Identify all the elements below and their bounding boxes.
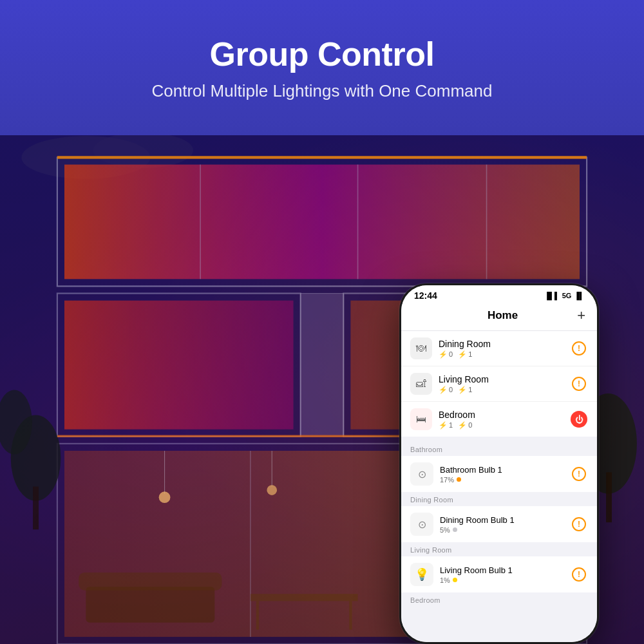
- room-item-living[interactable]: 🛋 Living Room ⚡ 0 ⚡ 1: [401, 366, 597, 402]
- living-action[interactable]: !: [570, 375, 588, 393]
- svg-rect-9: [64, 301, 294, 430]
- room-item-dining[interactable]: 🍽 Dining Room ⚡ 0 ⚡ 1: [401, 331, 597, 366]
- svg-point-23: [159, 491, 171, 503]
- bathroom-bulb-name: Bathroom Bulb 1: [440, 465, 570, 475]
- svg-rect-19: [33, 487, 39, 530]
- dining-bulb-name: Dining Room Bulb 1: [440, 515, 570, 525]
- dining-section-header: Dining Room: [401, 492, 597, 506]
- bedroom-name: Bedroom: [439, 410, 570, 420]
- room-item-bedroom[interactable]: 🛏 Bedroom ⚡ 1 ⚡ 0: [401, 402, 597, 437]
- svg-point-25: [267, 485, 277, 495]
- living-stat1: ⚡ 0: [439, 386, 453, 394]
- dining-device-action[interactable]: !: [570, 515, 588, 533]
- dining-stat2: ⚡ 1: [458, 350, 472, 359]
- dining-alert-icon: !: [572, 341, 586, 355]
- bathroom-bulb-info: Bathroom Bulb 1 17%: [440, 465, 570, 484]
- dining-room-info: Dining Room ⚡ 0 ⚡ 1: [439, 339, 570, 359]
- dining-room-stats: ⚡ 0 ⚡ 1: [439, 350, 570, 359]
- bedroom-stats: ⚡ 1 ⚡ 0: [439, 421, 570, 430]
- bedroom-icon: 🛏: [410, 408, 432, 430]
- living-room-icon: 🛋: [410, 373, 432, 395]
- living-alert-icon: !: [572, 377, 586, 391]
- header-section: Group Control Control Multiple Lightings…: [0, 0, 644, 135]
- living-room-name: Living Room: [439, 374, 570, 384]
- living-bulb-icon: 💡: [410, 563, 433, 586]
- dining-action[interactable]: !: [570, 339, 588, 357]
- living-bulb-name: Living Room Bulb 1: [440, 565, 570, 575]
- network-label: 5G: [562, 292, 572, 299]
- svg-rect-4: [64, 165, 580, 279]
- bedroom-section-header: Bedroom: [401, 592, 597, 607]
- bathroom-bulb-icon: ⊙: [410, 462, 433, 486]
- dining-device-alert: !: [572, 517, 586, 531]
- svg-rect-28: [251, 594, 358, 601]
- svg-rect-27: [79, 573, 222, 591]
- dining-stat1: ⚡ 0: [439, 350, 453, 359]
- bedroom-action[interactable]: ⏻: [570, 410, 588, 428]
- rooms-section: 🍽 Dining Room ⚡ 0 ⚡ 1: [401, 331, 597, 437]
- living-device-alert: !: [572, 567, 586, 582]
- living-room-stats: ⚡ 0 ⚡ 1: [439, 386, 570, 394]
- dining-bulb-item[interactable]: ⊙ Dining Room Bulb 1 5% !: [401, 506, 597, 542]
- page-subtitle: Control Multiple Lightings with One Comm…: [152, 81, 493, 101]
- bedroom-stat2: ⚡ 0: [458, 421, 472, 430]
- bathroom-status-dot: [457, 477, 461, 482]
- dining-status-dot: [453, 527, 457, 532]
- page-wrapper: Group Control Control Multiple Lightings…: [0, 0, 644, 644]
- battery-icon: ▐▌: [574, 292, 584, 299]
- dining-room-icon: 🍽: [410, 337, 432, 359]
- phone-inner: 12:44 ▐▌▌ 5G ▐▌ Home +: [401, 285, 597, 642]
- page-title: Group Control: [210, 35, 435, 73]
- living-bulb-info: Living Room Bulb 1 1%: [440, 565, 570, 584]
- bathroom-bulb-status: 17%: [440, 476, 570, 484]
- bathroom-section-header: Bathroom: [401, 442, 597, 456]
- dining-bulb-status: 5%: [440, 526, 570, 534]
- living-device-section: Living Room 💡 Living Room Bulb 1 1%: [401, 542, 597, 592]
- add-button[interactable]: +: [577, 307, 585, 324]
- status-bar: 12:44 ▐▌▌ 5G ▐▌: [401, 285, 597, 303]
- bathroom-device-action[interactable]: !: [570, 465, 588, 483]
- living-stat2: ⚡ 1: [458, 386, 472, 394]
- svg-rect-21: [606, 472, 612, 522]
- bathroom-bulb-item[interactable]: ⊙ Bathroom Bulb 1 17% !: [401, 456, 597, 492]
- living-section-header: Living Room: [401, 542, 597, 556]
- living-room-info: Living Room ⚡ 0 ⚡ 1: [439, 374, 570, 394]
- bathroom-section: Bathroom ⊙ Bathroom Bulb 1 17%: [401, 442, 597, 492]
- living-bulb-item[interactable]: 💡 Living Room Bulb 1 1% !: [401, 556, 597, 592]
- status-icons: ▐▌▌ 5G ▐▌: [544, 292, 584, 299]
- phone-outer: 12:44 ▐▌▌ 5G ▐▌ Home +: [399, 283, 599, 644]
- app-title: Home: [488, 309, 518, 322]
- bedroom-device-section: Bedroom: [401, 592, 597, 607]
- svg-rect-26: [86, 587, 214, 623]
- bedroom-stat1: ⚡ 1: [439, 421, 453, 430]
- signal-icon: ▐▌▌: [544, 292, 559, 299]
- bedroom-info: Bedroom ⚡ 1 ⚡ 0: [439, 410, 570, 430]
- living-device-action[interactable]: !: [570, 565, 588, 583]
- living-bulb-status: 1%: [440, 576, 570, 584]
- bathroom-device-alert: !: [572, 467, 586, 481]
- bedroom-power-icon: ⏻: [571, 411, 587, 428]
- dining-bulb-icon: ⊙: [410, 513, 433, 536]
- dining-room-name: Dining Room: [439, 339, 570, 349]
- svg-point-2: [93, 133, 193, 169]
- app-header: Home +: [401, 303, 597, 331]
- dining-device-section: Dining Room ⊙ Dining Room Bulb 1 5%: [401, 492, 597, 542]
- svg-rect-12: [301, 294, 344, 437]
- living-status-dot: [453, 578, 457, 582]
- svg-rect-31: [57, 156, 587, 158]
- status-time: 12:44: [414, 290, 437, 301]
- phone-mockup: 12:44 ▐▌▌ 5G ▐▌ Home +: [399, 283, 599, 644]
- app-content: 🍽 Dining Room ⚡ 0 ⚡ 1: [401, 331, 597, 642]
- dining-bulb-info: Dining Room Bulb 1 5%: [440, 515, 570, 534]
